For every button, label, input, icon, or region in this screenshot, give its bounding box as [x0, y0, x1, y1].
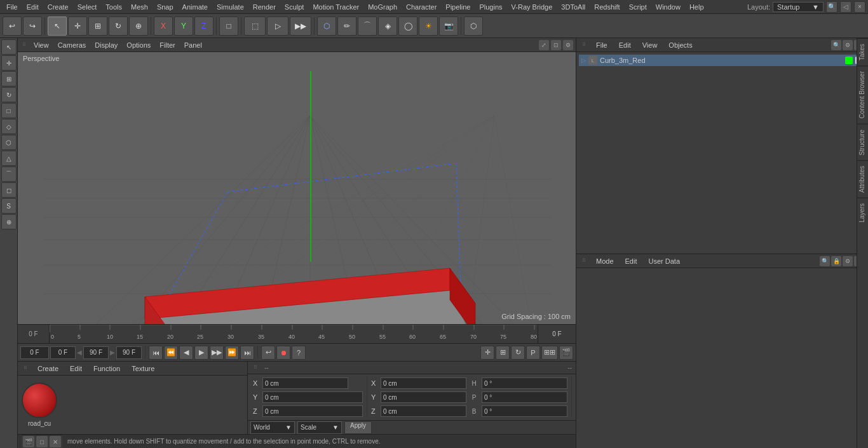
light-button[interactable]: ◯ [398, 17, 417, 36]
obj-menu-edit[interactable]: Edit [616, 40, 634, 50]
redo-button[interactable]: ↪ [23, 17, 42, 36]
tab-content-browser[interactable]: Content Browser [857, 65, 868, 123]
menu-character[interactable]: Character [402, 2, 440, 12]
scale-dropdown[interactable]: Scale ▼ [297, 421, 342, 434]
menu-edit[interactable]: Edit [23, 2, 43, 12]
scene-button[interactable]: ☀ [419, 17, 438, 36]
playback-play[interactable]: ▶ [194, 346, 208, 360]
timeline-ruler[interactable]: 0 5 10 15 20 25 30 35 40 [50, 325, 538, 343]
menu-pipeline[interactable]: Pipeline [442, 2, 474, 12]
attr-menu-user-data[interactable]: User Data [646, 256, 684, 266]
objects-panel-drag[interactable]: ⠿ [580, 41, 588, 49]
playback-record[interactable]: ⏺ [276, 346, 290, 360]
viewport-menu-filter[interactable]: Filter [156, 40, 178, 50]
layout-dropdown[interactable]: Startup ▼ [773, 2, 824, 12]
status-cinema-icon[interactable]: 🎬 [23, 436, 34, 447]
obj-panel-settings[interactable]: ⚙ [843, 40, 853, 50]
menu-sculpt[interactable]: Sculpt [281, 2, 308, 12]
menu-mesh[interactable]: Mesh [127, 2, 152, 12]
attr-menu-edit[interactable]: Edit [622, 256, 641, 266]
tool-point[interactable]: △ [1, 151, 17, 166]
menu-3dtoall[interactable]: 3DToAll [557, 2, 589, 12]
transform-tool-button[interactable]: ⊕ [129, 17, 148, 36]
viewport-icon-settings[interactable]: ⚙ [563, 40, 573, 50]
playback-next-frame[interactable]: ▶▶ [210, 346, 224, 360]
menu-mograph[interactable]: MoGraph [364, 2, 401, 12]
playback-start-frame[interactable] [20, 346, 49, 359]
render-button[interactable]: ▶▶ [290, 17, 311, 36]
tool-edge[interactable]: ⬡ [1, 135, 17, 150]
playback-key-frame[interactable] [116, 346, 142, 359]
object-mode-button[interactable]: □ [219, 17, 238, 36]
obj-menu-file[interactable]: File [593, 40, 611, 50]
search-icon[interactable]: 🔍 [826, 1, 837, 13]
cube-icon[interactable]: ⬡ [317, 17, 336, 36]
rotate-tool-button[interactable]: ↻ [109, 17, 128, 36]
obj-menu-view[interactable]: View [639, 40, 661, 50]
tool-spline[interactable]: ⌒ [1, 166, 17, 182]
attr-menu-mode[interactable]: Mode [593, 256, 617, 266]
menu-motion-tracker[interactable]: Motion Tracker [309, 2, 363, 12]
pos-y-input[interactable] [262, 391, 363, 403]
obj-panel-search[interactable]: 🔍 [831, 40, 841, 50]
playback-scale-icon[interactable]: ⊞ [496, 346, 510, 360]
menu-plugins[interactable]: Plugins [475, 2, 506, 12]
playback-loop[interactable]: ↩ [261, 346, 275, 360]
pos-z-input[interactable] [262, 405, 363, 417]
playback-frame-field[interactable] [83, 346, 109, 359]
playback-go-start[interactable]: ⏮ [149, 346, 163, 360]
render-region-button[interactable]: ⬚ [244, 17, 266, 36]
viewport-menu-options[interactable]: Options [123, 40, 154, 50]
menu-create[interactable]: Create [44, 2, 72, 12]
tool-scale[interactable]: ⊞ [1, 71, 17, 86]
undo-button[interactable]: ↩ [3, 17, 22, 36]
menu-window[interactable]: Window [652, 2, 684, 12]
mat-menu-create[interactable]: Create [34, 363, 62, 374]
rot-p-input[interactable] [482, 391, 567, 403]
menu-snap[interactable]: Snap [153, 2, 177, 12]
attr-panel-drag[interactable]: ⠿ [580, 257, 588, 265]
viewport-menu-view[interactable]: View [31, 40, 52, 50]
y-axis-button[interactable]: Y [174, 17, 193, 36]
move-tool-button[interactable]: ✛ [68, 17, 87, 36]
playback-next-keyframe[interactable]: ⏩ [225, 346, 239, 360]
menu-help[interactable]: Help [686, 2, 708, 12]
tab-takes[interactable]: Takes [857, 38, 868, 65]
camera-button[interactable]: 📷 [439, 17, 458, 36]
mat-menu-texture[interactable]: Texture [128, 363, 158, 374]
obj-menu-objects[interactable]: Objects [665, 40, 695, 50]
spline-tool-button[interactable]: ⌒ [358, 17, 377, 36]
pen-tool-button[interactable]: ✏ [337, 17, 356, 36]
render-preview-button[interactable]: ▷ [267, 17, 288, 36]
object-row-curb[interactable]: ▷ L Curb_3m_Red [579, 55, 865, 66]
rot-h-input[interactable] [482, 377, 567, 389]
menu-redshift[interactable]: Redshift [590, 2, 623, 12]
tool-deform[interactable]: ◻ [1, 182, 17, 198]
viewport-icon-arrows[interactable]: ⤢ [539, 40, 549, 50]
rot-y-input[interactable] [381, 391, 466, 403]
playback-go-end[interactable]: ⏭ [240, 346, 254, 360]
status-minimize[interactable]: □ [36, 436, 48, 447]
tool-texture[interactable]: ⊕ [1, 214, 17, 229]
menu-file[interactable]: File [3, 2, 22, 12]
viewport-menu-panel[interactable]: Panel [181, 40, 205, 50]
mat-menu-function[interactable]: Function [90, 363, 123, 374]
mat-panel-drag[interactable]: ⠿ [22, 365, 29, 372]
playback-prev-keyframe[interactable]: ⏪ [164, 346, 178, 360]
toolbar-icon-1[interactable]: ◁ [840, 1, 851, 13]
apply-button[interactable]: Apply [344, 421, 372, 434]
attr-panel-lock[interactable]: 🔒 [831, 256, 841, 266]
menu-render[interactable]: Render [249, 2, 280, 12]
object-visibility-green[interactable] [845, 57, 853, 64]
menu-vray[interactable]: V-Ray Bridge [508, 2, 557, 12]
tab-attributes[interactable]: Attributes [857, 160, 868, 198]
tool-rotate[interactable]: ↻ [1, 87, 17, 102]
menu-script[interactable]: Script [625, 2, 651, 12]
playback-pin-icon[interactable]: P [526, 346, 540, 360]
viewport-menu-cameras[interactable]: Cameras [55, 40, 90, 50]
mat-menu-edit[interactable]: Edit [67, 363, 85, 374]
rot-z-input[interactable] [381, 405, 466, 417]
attr-panel-search[interactable]: 🔍 [820, 256, 830, 266]
rot-x-input[interactable] [381, 377, 466, 389]
attr-panel-settings[interactable]: ⚙ [843, 256, 853, 266]
